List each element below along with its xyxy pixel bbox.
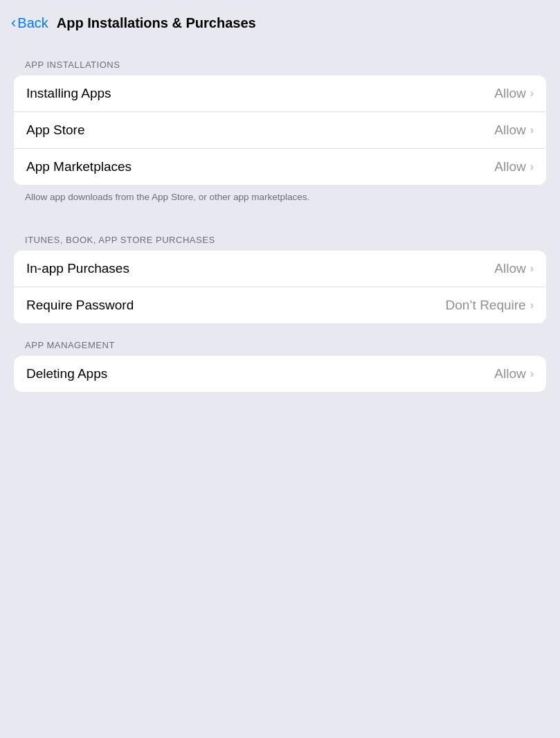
- value-deleting-apps: Allow›: [494, 366, 534, 381]
- row-deleting-apps[interactable]: Deleting AppsAllow›: [14, 356, 546, 392]
- label-deleting-apps: Deleting Apps: [26, 366, 107, 381]
- value-require-password: Don’t Require›: [446, 298, 534, 313]
- card-app-management: Deleting AppsAllow›: [14, 356, 546, 392]
- page-title: App Installations & Purchases: [57, 15, 256, 31]
- section-header-app-management: APP MANAGEMENT: [0, 323, 560, 356]
- label-in-app-purchases: In-app Purchases: [26, 261, 129, 276]
- chevron-right-icon-app-marketplaces: ›: [530, 161, 534, 173]
- row-in-app-purchases[interactable]: In-app PurchasesAllow›: [14, 251, 546, 287]
- row-app-store[interactable]: App StoreAllow›: [14, 112, 546, 149]
- row-require-password[interactable]: Require PasswordDon’t Require›: [14, 287, 546, 323]
- row-installing-apps[interactable]: Installing AppsAllow›: [14, 75, 546, 112]
- chevron-right-icon-in-app-purchases: ›: [530, 262, 534, 275]
- label-require-password: Require Password: [26, 298, 134, 313]
- back-chevron-icon: ‹: [11, 14, 16, 32]
- label-app-marketplaces: App Marketplaces: [26, 159, 132, 174]
- card-itunes-purchases: In-app PurchasesAllow›Require PasswordDo…: [14, 251, 546, 323]
- section-footer-app-installations: Allow app downloads from the App Store, …: [0, 185, 560, 218]
- value-text-app-marketplaces: Allow: [494, 159, 525, 174]
- label-installing-apps: Installing Apps: [26, 86, 111, 101]
- section-header-app-installations: APP INSTALLATIONS: [0, 43, 560, 75]
- value-text-installing-apps: Allow: [494, 86, 525, 101]
- sections-container: APP INSTALLATIONSInstalling AppsAllow›Ap…: [0, 43, 560, 392]
- value-text-app-store: Allow: [494, 123, 525, 138]
- value-in-app-purchases: Allow›: [494, 261, 534, 276]
- value-app-marketplaces: Allow›: [494, 159, 534, 174]
- label-app-store: App Store: [26, 123, 85, 138]
- back-button[interactable]: ‹ Back: [11, 14, 48, 32]
- page-header: ‹ Back App Installations & Purchases: [0, 0, 560, 43]
- chevron-right-icon-deleting-apps: ›: [530, 368, 534, 380]
- chevron-right-icon-require-password: ›: [530, 299, 534, 312]
- value-text-require-password: Don’t Require: [446, 298, 526, 313]
- section-header-itunes-purchases: ITUNES, BOOK, APP STORE PURCHASES: [0, 218, 560, 251]
- value-text-in-app-purchases: Allow: [494, 261, 525, 276]
- back-label: Back: [17, 15, 48, 31]
- value-installing-apps: Allow›: [494, 86, 534, 101]
- chevron-right-icon-installing-apps: ›: [530, 87, 534, 100]
- card-app-installations: Installing AppsAllow›App StoreAllow›App …: [14, 75, 546, 185]
- value-app-store: Allow›: [494, 123, 534, 138]
- row-app-marketplaces[interactable]: App MarketplacesAllow›: [14, 149, 546, 185]
- chevron-right-icon-app-store: ›: [530, 124, 534, 136]
- value-text-deleting-apps: Allow: [494, 366, 525, 381]
